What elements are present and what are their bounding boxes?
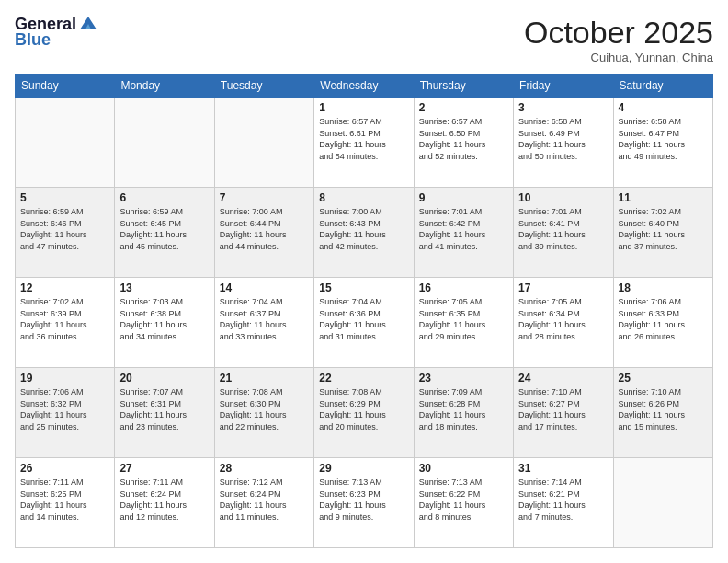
day-header-monday: Monday [115,75,214,98]
day-header-sunday: Sunday [16,75,115,98]
day-cell: 4Sunrise: 6:58 AM Sunset: 6:47 PM Daylig… [613,98,712,188]
day-number: 28 [220,462,309,475]
day-cell: 27Sunrise: 7:11 AM Sunset: 6:24 PM Dayli… [115,458,214,548]
day-number: 31 [518,462,608,475]
day-cell [16,98,115,188]
day-number: 27 [119,462,209,475]
day-cell [214,98,313,188]
day-headers-row: SundayMondayTuesdayWednesdayThursdayFrid… [16,75,713,98]
day-info: Sunrise: 7:13 AM Sunset: 6:22 PM Dayligh… [419,477,508,523]
day-info: Sunrise: 6:58 AM Sunset: 6:49 PM Dayligh… [518,116,608,162]
day-info: Sunrise: 7:06 AM Sunset: 6:33 PM Dayligh… [619,296,708,342]
day-cell: 20Sunrise: 7:07 AM Sunset: 6:31 PM Dayli… [115,368,214,458]
day-number: 25 [619,372,708,385]
day-info: Sunrise: 6:59 AM Sunset: 6:46 PM Dayligh… [20,206,109,252]
day-info: Sunrise: 6:59 AM Sunset: 6:45 PM Dayligh… [119,206,209,252]
day-cell: 7Sunrise: 7:00 AM Sunset: 6:44 PM Daylig… [214,188,313,278]
day-number: 5 [20,191,109,204]
day-info: Sunrise: 6:58 AM Sunset: 6:47 PM Dayligh… [619,116,708,162]
logo-icon [78,13,98,33]
day-info: Sunrise: 7:04 AM Sunset: 6:37 PM Dayligh… [220,296,309,342]
day-cell: 26Sunrise: 7:11 AM Sunset: 6:25 PM Dayli… [16,458,115,548]
day-info: Sunrise: 7:04 AM Sunset: 6:36 PM Dayligh… [319,296,408,342]
day-header-wednesday: Wednesday [314,75,414,98]
day-cell: 17Sunrise: 7:05 AM Sunset: 6:34 PM Dayli… [514,278,613,368]
day-cell: 29Sunrise: 7:13 AM Sunset: 6:23 PM Dayli… [314,458,414,548]
day-info: Sunrise: 7:08 AM Sunset: 6:29 PM Dayligh… [319,386,408,432]
day-info: Sunrise: 7:05 AM Sunset: 6:34 PM Dayligh… [518,296,608,342]
day-number: 22 [319,372,408,385]
week-row-4: 19Sunrise: 7:06 AM Sunset: 6:32 PM Dayli… [16,368,713,458]
day-number: 2 [419,101,508,114]
day-cell: 31Sunrise: 7:14 AM Sunset: 6:21 PM Dayli… [514,458,613,548]
day-info: Sunrise: 7:01 AM Sunset: 6:41 PM Dayligh… [518,206,608,252]
day-number: 18 [619,282,708,294]
day-cell [613,458,712,548]
day-number: 10 [518,191,608,204]
day-info: Sunrise: 6:57 AM Sunset: 6:51 PM Dayligh… [319,116,408,162]
day-cell: 1Sunrise: 6:57 AM Sunset: 6:51 PM Daylig… [314,98,414,188]
day-number: 19 [20,372,109,385]
day-header-thursday: Thursday [414,75,513,98]
day-info: Sunrise: 7:14 AM Sunset: 6:21 PM Dayligh… [518,477,608,523]
day-cell: 22Sunrise: 7:08 AM Sunset: 6:29 PM Dayli… [314,368,414,458]
header: General Blue October 2025 Cuihua, Yunnan… [15,15,713,64]
day-number: 13 [119,282,209,294]
day-cell: 8Sunrise: 7:00 AM Sunset: 6:43 PM Daylig… [314,188,414,278]
day-number: 12 [20,282,109,294]
day-cell: 13Sunrise: 7:03 AM Sunset: 6:38 PM Dayli… [115,278,214,368]
day-info: Sunrise: 7:09 AM Sunset: 6:28 PM Dayligh… [419,386,508,432]
day-number: 4 [619,101,708,114]
day-number: 9 [419,191,508,204]
day-info: Sunrise: 7:11 AM Sunset: 6:25 PM Dayligh… [20,477,109,523]
day-info: Sunrise: 7:02 AM Sunset: 6:40 PM Dayligh… [619,206,708,252]
day-cell: 9Sunrise: 7:01 AM Sunset: 6:42 PM Daylig… [414,188,513,278]
day-number: 30 [419,462,508,475]
day-number: 7 [220,191,309,204]
day-cell: 15Sunrise: 7:04 AM Sunset: 6:36 PM Dayli… [314,278,414,368]
day-number: 21 [220,372,309,385]
day-info: Sunrise: 7:00 AM Sunset: 6:43 PM Dayligh… [319,206,408,252]
day-cell: 18Sunrise: 7:06 AM Sunset: 6:33 PM Dayli… [613,278,712,368]
day-number: 11 [619,191,708,204]
day-info: Sunrise: 7:00 AM Sunset: 6:44 PM Dayligh… [220,206,309,252]
day-info: Sunrise: 7:06 AM Sunset: 6:32 PM Dayligh… [20,386,109,432]
day-cell: 6Sunrise: 6:59 AM Sunset: 6:45 PM Daylig… [115,188,214,278]
day-cell: 30Sunrise: 7:13 AM Sunset: 6:22 PM Dayli… [414,458,513,548]
day-cell: 11Sunrise: 7:02 AM Sunset: 6:40 PM Dayli… [613,188,712,278]
day-info: Sunrise: 7:12 AM Sunset: 6:24 PM Dayligh… [220,477,309,523]
day-number: 3 [518,101,608,114]
day-number: 8 [319,191,408,204]
week-row-2: 5Sunrise: 6:59 AM Sunset: 6:46 PM Daylig… [16,188,713,278]
day-cell: 2Sunrise: 6:57 AM Sunset: 6:50 PM Daylig… [414,98,513,188]
title-block: October 2025 Cuihua, Yunnan, China [524,15,713,64]
week-row-3: 12Sunrise: 7:02 AM Sunset: 6:39 PM Dayli… [16,278,713,368]
day-number: 17 [518,282,608,294]
day-number: 14 [220,282,309,294]
day-header-friday: Friday [514,75,613,98]
day-cell: 16Sunrise: 7:05 AM Sunset: 6:35 PM Dayli… [414,278,513,368]
day-info: Sunrise: 7:02 AM Sunset: 6:39 PM Dayligh… [20,296,109,342]
day-info: Sunrise: 7:03 AM Sunset: 6:38 PM Dayligh… [119,296,209,342]
day-number: 23 [419,372,508,385]
day-number: 29 [319,462,408,475]
day-number: 20 [119,372,209,385]
logo: General Blue [15,15,98,50]
day-info: Sunrise: 6:57 AM Sunset: 6:50 PM Dayligh… [419,116,508,162]
day-info: Sunrise: 7:10 AM Sunset: 6:26 PM Dayligh… [619,386,708,432]
day-number: 24 [518,372,608,385]
day-cell [115,98,214,188]
day-info: Sunrise: 7:13 AM Sunset: 6:23 PM Dayligh… [319,477,408,523]
week-row-1: 1Sunrise: 6:57 AM Sunset: 6:51 PM Daylig… [16,98,713,188]
day-info: Sunrise: 7:07 AM Sunset: 6:31 PM Dayligh… [119,386,209,432]
day-cell: 23Sunrise: 7:09 AM Sunset: 6:28 PM Dayli… [414,368,513,458]
day-info: Sunrise: 7:01 AM Sunset: 6:42 PM Dayligh… [419,206,508,252]
day-cell: 24Sunrise: 7:10 AM Sunset: 6:27 PM Dayli… [514,368,613,458]
day-number: 15 [319,282,408,294]
day-info: Sunrise: 7:05 AM Sunset: 6:35 PM Dayligh… [419,296,508,342]
day-header-tuesday: Tuesday [214,75,313,98]
day-number: 16 [419,282,508,294]
month-title: October 2025 [524,15,713,51]
day-cell: 5Sunrise: 6:59 AM Sunset: 6:46 PM Daylig… [16,188,115,278]
day-number: 1 [319,101,408,114]
